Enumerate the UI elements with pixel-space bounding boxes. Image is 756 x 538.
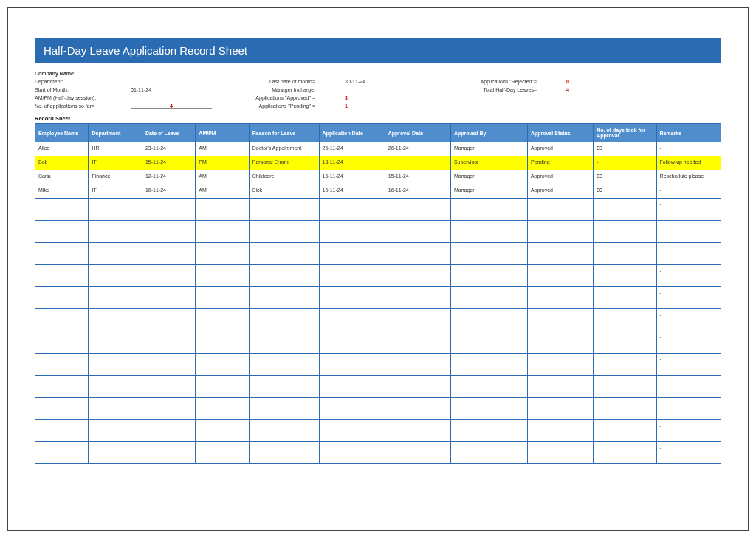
department-label: Department: <box>35 79 123 84</box>
cell-empty <box>35 309 89 331</box>
cell-empty <box>450 287 527 309</box>
cell-empty <box>196 309 249 331</box>
table-body: AliceHR23-11-24AMDoctor's Appointment25-… <box>35 142 721 464</box>
cell-empty <box>249 442 319 464</box>
table-row: AliceHR23-11-24AMDoctor's Appointment25-… <box>35 142 721 156</box>
cell-empty <box>196 354 249 376</box>
cell-remarks: - <box>656 142 721 156</box>
cell-empty <box>527 376 593 398</box>
cell-empty <box>319 265 385 287</box>
table-row-empty: - <box>35 199 721 221</box>
cell-empty <box>527 331 593 354</box>
cell-empty <box>249 420 319 442</box>
cell-empty: - <box>656 309 721 331</box>
cell-empty <box>196 287 249 309</box>
cell-empty <box>35 221 89 243</box>
cell-days: 03 <box>594 142 656 156</box>
cell-empty <box>196 199 249 221</box>
cell-empty <box>35 199 89 221</box>
cell-empty <box>594 199 656 221</box>
cell-empty <box>89 442 142 464</box>
cell-empty <box>450 331 527 354</box>
th-remarks: Remarks <box>656 124 721 142</box>
cell-empty <box>196 221 249 243</box>
th-date-of-leave: Date of Leave <box>142 124 195 142</box>
cell-empty <box>142 420 195 442</box>
cell-empty <box>385 287 450 309</box>
cell-empty <box>450 309 527 331</box>
cell-app_date: 16-11-24 <box>319 184 385 199</box>
total-half-value: 4 <box>566 87 640 92</box>
company-name-label: Company Name: <box>35 71 123 76</box>
cell-empty <box>527 199 593 221</box>
cell-empty <box>450 221 527 243</box>
pending-label: Applications "Pending" = <box>234 103 337 109</box>
cell-status: Approved <box>527 142 593 156</box>
table-row: MikoIT16-11-24AMSick16-11-2416-11-24Mana… <box>35 184 721 199</box>
cell-empty <box>594 331 656 354</box>
cell-dept: HR <box>89 142 142 156</box>
cell-empty <box>319 420 385 442</box>
manager-label: Manager Incharge: <box>234 87 337 92</box>
th-approved-by: Approved By <box>450 124 527 142</box>
table-row-empty: - <box>35 442 721 464</box>
last-date-label: Last date of month= <box>234 79 337 84</box>
cell-empty <box>89 331 142 354</box>
cell-empty <box>142 199 195 221</box>
cell-appr_by: Manager <box>450 170 527 184</box>
cell-appr_date: 16-11-24 <box>385 184 450 199</box>
cell-empty <box>594 354 656 376</box>
th-approval-status: Approval Status <box>527 124 593 142</box>
cell-emp: Caria <box>35 170 89 184</box>
cell-days: 00 <box>594 184 656 199</box>
cell-empty <box>450 354 527 376</box>
cell-empty <box>594 420 656 442</box>
cell-empty <box>142 287 195 309</box>
no-apps-value: 4 <box>131 103 212 109</box>
table-row-empty: - <box>35 221 721 243</box>
cell-status: Approved <box>527 184 593 199</box>
ampm-label: AM/PM (Half-day session): <box>35 95 123 100</box>
cell-status: Pending <box>527 156 593 170</box>
start-of-month-label: Start of Month: <box>35 87 123 92</box>
table-row-empty: - <box>35 331 721 354</box>
cell-status: Approved <box>527 170 593 184</box>
cell-appr_date: 15-11-24 <box>385 170 450 184</box>
meta-grid: Company Name: Department: Last date of m… <box>35 71 721 109</box>
cell-empty <box>35 442 89 464</box>
cell-empty <box>196 265 249 287</box>
record-table: Employee Name Department Date of Leave A… <box>35 123 721 464</box>
cell-empty <box>249 309 319 331</box>
cell-empty <box>249 265 319 287</box>
rejected-label: Applications "Rejected"= <box>448 79 559 84</box>
cell-empty <box>385 398 450 420</box>
no-apps-label: No. of applications so far= <box>35 103 123 109</box>
cell-app_date: 18-11-24 <box>319 156 385 170</box>
cell-empty <box>249 199 319 221</box>
cell-empty <box>35 331 89 354</box>
cell-empty <box>527 309 593 331</box>
cell-empty <box>594 309 656 331</box>
cell-empty <box>249 221 319 243</box>
approved-value: 3 <box>345 95 441 100</box>
table-row-empty: - <box>35 376 721 398</box>
cell-empty <box>319 243 385 265</box>
cell-empty <box>89 398 142 420</box>
cell-ampm: AM <box>196 184 249 199</box>
cell-empty <box>142 243 195 265</box>
cell-empty <box>89 376 142 398</box>
cell-app_date: 25-11-24 <box>319 142 385 156</box>
cell-empty <box>319 287 385 309</box>
cell-dept: Finance <box>89 170 142 184</box>
table-row-empty: - <box>35 287 721 309</box>
cell-empty <box>527 420 593 442</box>
table-row-empty: - <box>35 420 721 442</box>
cell-empty <box>594 442 656 464</box>
cell-empty <box>450 420 527 442</box>
cell-empty: - <box>656 243 721 265</box>
cell-empty <box>142 398 195 420</box>
record-sheet-label: Record Sheet <box>35 115 721 122</box>
cell-empty <box>196 376 249 398</box>
cell-empty <box>249 376 319 398</box>
approved-label: Applications "Approved" = <box>234 95 337 100</box>
